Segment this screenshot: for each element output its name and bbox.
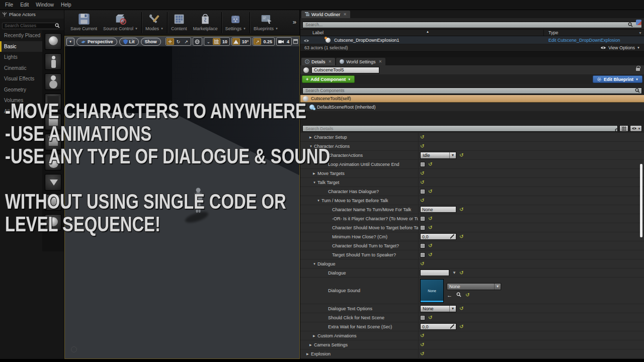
world-local-toggle-icon[interactable] [194, 38, 201, 45]
lit-button[interactable]: Lit [119, 38, 139, 46]
property-text-field[interactable]: None [420, 206, 456, 213]
maximize-viewport-icon[interactable] [293, 39, 298, 44]
spin-drag-icon[interactable] [450, 234, 454, 239]
label-column-header[interactable]: Label [300, 30, 324, 35]
property-name-cell[interactable]: Extra Wait for Next Scene (Sec) [300, 322, 419, 331]
placeable-actor-thumbnail-sphere[interactable] [45, 33, 61, 50]
camera-speed-value[interactable]: 4 [285, 39, 291, 44]
menu-item-file[interactable]: File [3, 1, 18, 9]
source-control-button[interactable]: Source Control▼ [100, 12, 141, 32]
sidebar-item-visual-effects[interactable]: Visual Effects [0, 73, 42, 84]
visibility-eye-icon[interactable] [303, 36, 309, 45]
reset-to-default-icon[interactable]: ↺ [459, 324, 463, 329]
reset-to-default-icon[interactable]: ↺ [420, 180, 424, 185]
expander-collapsed-icon[interactable]: ▶ [313, 171, 317, 175]
viewport-options-button[interactable]: ▼ [66, 38, 74, 46]
lock-icon[interactable] [636, 68, 640, 71]
scale-snap-icon[interactable]: ↗ [254, 38, 261, 45]
property-name-cell[interactable]: Dialogue [300, 268, 419, 277]
sidebar-item-geometry[interactable]: Geometry [0, 84, 42, 96]
reset-to-default-icon[interactable]: ↺ [420, 342, 424, 347]
camera-speed-icon[interactable] [277, 38, 285, 45]
property-name-cell[interactable]: Dialogue Sound [300, 278, 419, 304]
property-checkbox[interactable] [420, 243, 425, 248]
translate-tool-icon[interactable]: ✛ [167, 38, 174, 45]
save-current-button[interactable]: Save Current [67, 12, 100, 32]
property-name-cell[interactable]: Should Click for Next Scene [300, 313, 419, 322]
perspective-button[interactable]: Perspective [76, 38, 117, 46]
reset-to-default-icon[interactable]: ↺ [459, 306, 463, 311]
property-name-cell[interactable]: Target Should Turn to Speaker? [300, 250, 419, 259]
details-scrollbar[interactable] [640, 164, 642, 237]
reset-to-default-icon[interactable]: ↺ [428, 315, 432, 320]
reset-to-default-icon[interactable]: ↺ [459, 234, 463, 239]
close-tab-icon[interactable]: ✕ [343, 12, 347, 17]
edit-blueprint-link[interactable]: Edit Cutscene_DropDownExplosion [548, 38, 620, 43]
reset-to-default-icon[interactable]: ↺ [428, 225, 432, 230]
edit-blueprint-button[interactable]: Edit Blueprint ▼ [593, 75, 642, 83]
property-name-cell[interactable]: ▶Explosion [300, 349, 419, 358]
property-name-cell[interactable]: Dialogue Text Options [300, 304, 419, 313]
sidebar-item-cinematic[interactable]: Cinematic [0, 63, 42, 74]
property-name-cell[interactable]: Character Should Turn to Target? [300, 241, 419, 250]
scale-snap-value[interactable]: 0.25 [262, 39, 274, 44]
reset-to-default-icon[interactable]: ↺ [420, 261, 424, 266]
show-button[interactable]: Show [141, 38, 161, 46]
search-components-input[interactable] [302, 87, 642, 94]
property-checkbox[interactable] [420, 315, 425, 320]
asset-dropdown[interactable]: None▼ [447, 283, 501, 290]
reset-to-default-icon[interactable]: ↺ [428, 216, 432, 221]
outliner-world-icon[interactable] [636, 20, 641, 25]
property-name-cell[interactable]: ▼Talk Target [300, 178, 419, 187]
property-name-cell[interactable]: ▶Move Targets [300, 169, 419, 177]
content-button[interactable]: Content [168, 12, 190, 32]
sidebar-item-lights[interactable]: Lights [0, 52, 42, 63]
placeable-actor-thumbnail-stack[interactable] [45, 73, 61, 90]
reset-to-default-icon[interactable]: ↺ [459, 153, 463, 158]
placeable-actor-thumbnail-figure[interactable] [45, 53, 61, 70]
property-name-cell[interactable]: ▶Custom Animations [300, 331, 419, 340]
view-options-button[interactable]: View Options ▼ [600, 45, 640, 50]
expander-expanded-icon[interactable]: ▼ [313, 181, 317, 184]
rotate-tool-icon[interactable]: ↻ [175, 38, 182, 45]
close-tab-icon[interactable]: ✕ [329, 59, 332, 64]
property-name-cell[interactable]: ▶Camera Settings [300, 340, 419, 349]
browse-asset-icon[interactable] [456, 292, 461, 298]
dialogue-value-field[interactable] [420, 269, 449, 276]
property-checkbox[interactable] [420, 225, 425, 230]
property-number-field[interactable]: 0,0 [420, 323, 456, 330]
reset-to-default-icon[interactable]: ↺ [428, 162, 432, 167]
marketplace-button[interactable]: Marketplace [190, 12, 221, 32]
expander-collapsed-icon[interactable]: ▶ [313, 334, 317, 337]
tab-world-outliner[interactable]: World Outliner✕ [301, 11, 350, 18]
menu-item-edit[interactable]: Edit [18, 1, 34, 9]
reset-to-default-icon[interactable]: ↺ [420, 351, 424, 356]
chevron-down-icon[interactable]: ▼ [452, 270, 456, 275]
menu-item-window[interactable]: Window [34, 1, 59, 9]
property-matrix-icon[interactable] [619, 125, 628, 132]
reset-to-default-icon[interactable]: ↺ [428, 243, 432, 248]
reset-to-default-icon[interactable]: ↺ [459, 207, 463, 212]
spin-drag-icon[interactable] [450, 324, 454, 329]
tab-details[interactable]: i Details✕ [301, 58, 335, 65]
actor-name-field[interactable] [311, 67, 379, 73]
property-checkbox[interactable] [420, 252, 425, 257]
reset-to-default-icon[interactable]: ↺ [428, 252, 432, 257]
outliner-search-input[interactable] [302, 22, 642, 28]
reset-to-default-icon[interactable]: ↺ [420, 198, 424, 203]
menu-item-help[interactable]: Help [59, 1, 76, 9]
property-dropdown[interactable]: None▼ [420, 305, 456, 312]
display-filter-icon[interactable]: ▼ [630, 125, 642, 132]
type-column-header[interactable]: Type [548, 30, 558, 35]
modes-button[interactable]: Modes▼ [142, 12, 167, 32]
rotation-snap-value[interactable]: 10° [240, 39, 251, 44]
expander-collapsed-icon[interactable]: ▶ [306, 352, 311, 355]
toolbar-overflow-chevron[interactable]: » [293, 12, 298, 26]
property-dropdown[interactable]: Idle▼ [420, 152, 456, 159]
property-checkbox[interactable] [420, 216, 425, 221]
placeable-actor-thumbnail-arrow[interactable] [45, 174, 61, 191]
sidebar-item-recently-placed[interactable]: Recently Placed [0, 30, 42, 41]
property-number-field[interactable]: 0,0 [420, 233, 456, 240]
asset-thumbnail[interactable]: None [420, 279, 444, 303]
actor-label[interactable]: Cutscene_DropDownExplosion1 [334, 38, 399, 43]
